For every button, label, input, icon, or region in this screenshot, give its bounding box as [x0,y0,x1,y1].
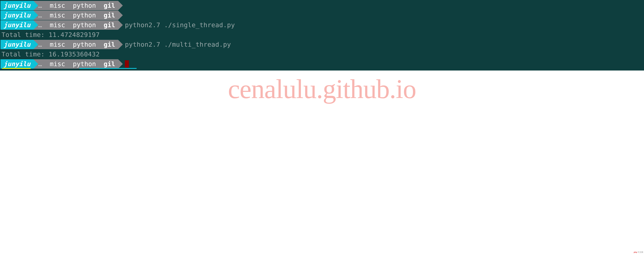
command-text[interactable]: python2.7 ./multi_thread.py [118,40,231,49]
terminal-window: junyilu … misc python gil junyilu … misc… [0,0,644,70]
prompt-user-segment: junyilu [0,10,34,20]
prompt-line-with-command: junyilu … misc python gil python2.7 ./mu… [0,40,644,49]
prompt-line: junyilu … misc python gil [0,10,644,20]
decorative-underline [0,69,644,70]
prompt-user-segment: junyilu [0,59,34,69]
watermark-text: cenalulu.github.io [0,70,644,104]
prompt-line: junyilu … misc python gil [0,1,644,10]
output-line: Total time: 11.4724829197 [0,30,644,39]
prompt-user-segment: junyilu [0,20,34,30]
prompt-user-segment: junyilu [0,1,34,10]
prompt-line-active[interactable]: junyilu … misc python gil [0,59,644,69]
underline-cyan [80,68,136,69]
output-line: Total time: 16.1935360432 [0,49,644,59]
prompt-user-segment: junyilu [0,40,34,49]
command-text[interactable]: python2.7 ./single_thread.py [118,20,235,30]
cursor-icon [125,60,129,68]
underline-yellow [2,68,31,69]
prompt-line-with-command: junyilu … misc python gil python2.7 ./si… [0,20,644,30]
